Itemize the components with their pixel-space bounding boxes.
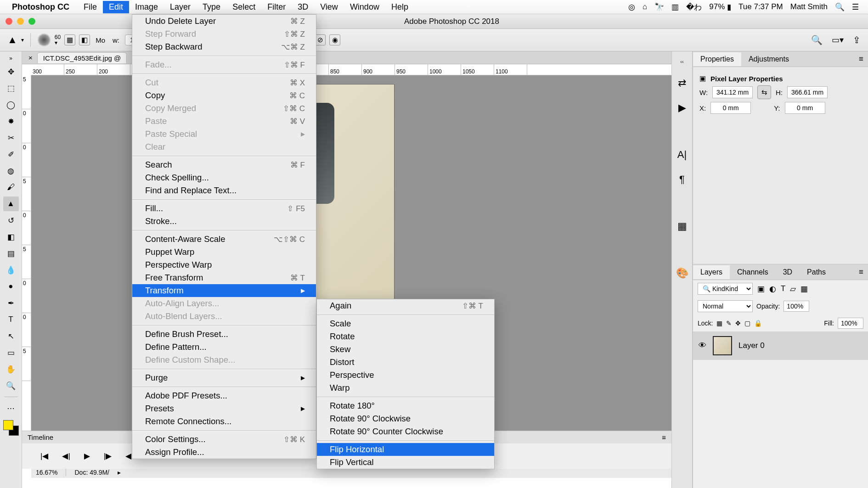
- lock-artboard-icon[interactable]: ▢: [744, 320, 750, 327]
- menu-item-skew[interactable]: Skew: [317, 343, 494, 356]
- menu-item-remote-connections[interactable]: Remote Connections...: [132, 415, 316, 428]
- menu-item-distort[interactable]: Distort: [317, 356, 494, 369]
- blur-tool-icon[interactable]: 💧: [3, 263, 19, 277]
- html5-icon[interactable]: ⌂: [643, 2, 647, 11]
- edit-toolbar-icon[interactable]: ⋯: [3, 401, 19, 415]
- filter-shape-icon[interactable]: ▱: [790, 284, 796, 294]
- menu-item-flip-vertical[interactable]: Flip Vertical: [317, 456, 494, 469]
- list-icon[interactable]: ☰: [852, 2, 859, 12]
- width-input[interactable]: [712, 86, 753, 98]
- eraser-tool-icon[interactable]: ◧: [3, 230, 19, 244]
- menu-edit[interactable]: Edit: [103, 1, 129, 13]
- menu-item-perspective-warp[interactable]: Perspective Warp: [132, 258, 316, 271]
- wifi-icon[interactable]: �わ: [686, 2, 702, 12]
- foreground-color-swatch[interactable]: [3, 420, 13, 430]
- document-tab[interactable]: ICT.DSC_4953Edit.jpg @: [37, 52, 127, 63]
- menu-item-undo-delete-layer[interactable]: Undo Delete Layer⌘ Z: [132, 15, 316, 28]
- menu-item-step-backward[interactable]: Step Backward⌥⌘ Z: [132, 40, 316, 53]
- menu-item-fill[interactable]: Fill...⇧ F5: [132, 202, 316, 215]
- filter-adjust-icon[interactable]: ◐: [769, 284, 776, 294]
- go-first-icon[interactable]: |◀: [40, 451, 48, 461]
- menu-item-adobe-pdf-presets[interactable]: Adobe PDF Presets...: [132, 389, 316, 402]
- character-panel-icon[interactable]: A|: [677, 149, 687, 161]
- play-icon[interactable]: ▶: [84, 451, 90, 461]
- menu-window[interactable]: Window: [344, 1, 385, 13]
- zoom-level[interactable]: 16.67%: [36, 469, 57, 476]
- blend-mode-select[interactable]: Normal: [698, 300, 753, 312]
- menu-item-rotate-90-clockwise[interactable]: Rotate 90° Clockwise: [317, 412, 494, 425]
- brush-tool-icon[interactable]: 🖌: [3, 180, 19, 195]
- menu-item-rotate-180[interactable]: Rotate 180°: [317, 399, 494, 412]
- hand-tool-icon[interactable]: ✋: [3, 362, 19, 376]
- filter-smart-icon[interactable]: ▦: [800, 284, 808, 294]
- menu-item-purge[interactable]: Purge▶: [132, 371, 316, 384]
- shape-tool-icon[interactable]: ▭: [3, 345, 19, 360]
- menu-item-free-transform[interactable]: Free Transform⌘ T: [132, 271, 316, 284]
- menu-item-color-settings[interactable]: Color Settings...⇧⌘ K: [132, 433, 316, 446]
- menu-file[interactable]: File: [78, 1, 103, 13]
- menu-select[interactable]: Select: [226, 1, 261, 13]
- color-panel-icon[interactable]: 🎨: [676, 267, 688, 279]
- layer-filter-select[interactable]: 🔍 KindKind: [698, 283, 753, 295]
- search-icon[interactable]: 🔍: [811, 34, 823, 45]
- menu-item-again[interactable]: Again⇧⌘ T: [317, 299, 494, 312]
- menu-item-rotate[interactable]: Rotate: [317, 330, 494, 343]
- menu-item-stroke[interactable]: Stroke...: [132, 215, 316, 228]
- menu-item-rotate-90-counter-clockwise[interactable]: Rotate 90° Counter Clockwise: [317, 425, 494, 438]
- menu-item-define-brush-preset[interactable]: Define Brush Preset...: [132, 328, 316, 341]
- history-panel-icon[interactable]: ⇄: [678, 77, 686, 89]
- cc-icon[interactable]: ◎: [628, 2, 635, 12]
- tab-properties[interactable]: Properties: [693, 52, 741, 66]
- layer-item[interactable]: 👁 Layer 0: [693, 331, 868, 360]
- eyedropper-tool-icon[interactable]: ✐: [3, 147, 19, 162]
- crop-tool-icon[interactable]: ✂: [3, 130, 19, 145]
- menu-item-scale[interactable]: Scale: [317, 317, 494, 330]
- marquee-tool-icon[interactable]: ⬚: [3, 81, 19, 95]
- lock-position-icon[interactable]: ✥: [735, 320, 741, 327]
- menu-item-check-spelling[interactable]: Check Spelling...: [132, 171, 316, 184]
- menu-3d[interactable]: 3D: [292, 1, 314, 13]
- workspace-icon[interactable]: ▭▾: [832, 35, 844, 45]
- menu-item-copy[interactable]: Copy⌘ C: [132, 89, 316, 102]
- brush-preview-icon[interactable]: [37, 33, 51, 47]
- dodge-tool-icon[interactable]: ●: [3, 279, 19, 294]
- user-name[interactable]: Matt Smith: [790, 2, 828, 11]
- menu-layer[interactable]: Layer: [164, 1, 197, 13]
- link-dimensions-icon[interactable]: ⇆: [757, 85, 771, 99]
- swatches-panel-icon[interactable]: ▦: [677, 220, 687, 232]
- lock-all-icon[interactable]: 🔒: [754, 320, 762, 327]
- menu-view[interactable]: View: [314, 1, 344, 13]
- zoom-tool-icon[interactable]: 🔍: [3, 378, 19, 393]
- history-brush-tool-icon[interactable]: ↺: [3, 213, 19, 228]
- menu-item-warp[interactable]: Warp: [317, 381, 494, 394]
- tab-layers[interactable]: Layers: [693, 265, 730, 279]
- menu-item-find-and-replace-text[interactable]: Find and Replace Text...: [132, 184, 316, 197]
- layer-name[interactable]: Layer 0: [738, 341, 765, 350]
- menu-item-puppet-warp[interactable]: Puppet Warp: [132, 246, 316, 258]
- pen-tool-icon[interactable]: ✒: [3, 296, 19, 310]
- ruler-vertical[interactable]: 500505005: [22, 75, 31, 466]
- battery-percent[interactable]: 97% ▮: [709, 2, 731, 12]
- menu-item-perspective[interactable]: Perspective: [317, 369, 494, 381]
- menu-type[interactable]: Type: [197, 1, 226, 13]
- brush-panel-icon[interactable]: ▦: [64, 34, 75, 45]
- menu-filter[interactable]: Filter: [261, 1, 292, 13]
- move-tool-icon[interactable]: ✥: [3, 64, 19, 79]
- window-minimize-button[interactable]: [17, 18, 24, 25]
- ruler-horizontal[interactable]: 3002502005506006507007508008509009501000…: [31, 64, 671, 75]
- menu-help[interactable]: Help: [385, 1, 414, 13]
- next-frame-icon[interactable]: |▶: [104, 451, 112, 461]
- tab-3d[interactable]: 3D: [776, 265, 800, 279]
- spotlight-icon[interactable]: 🔍: [835, 2, 845, 12]
- brush-settings-icon[interactable]: ◧: [79, 34, 90, 45]
- actions-panel-icon[interactable]: ▶: [678, 102, 686, 114]
- quick-select-tool-icon[interactable]: ✸: [3, 114, 19, 129]
- lasso-tool-icon[interactable]: ◯: [3, 97, 19, 112]
- binoculars-icon[interactable]: 🔭: [654, 2, 664, 12]
- app-name[interactable]: Photoshop CC: [12, 2, 69, 12]
- height-input[interactable]: [787, 86, 828, 98]
- window-maximize-button[interactable]: [28, 18, 35, 25]
- menu-item-flip-horizontal[interactable]: Flip Horizontal: [317, 443, 494, 456]
- lock-paint-icon[interactable]: ✎: [726, 320, 732, 327]
- filter-type-icon[interactable]: T: [781, 284, 785, 293]
